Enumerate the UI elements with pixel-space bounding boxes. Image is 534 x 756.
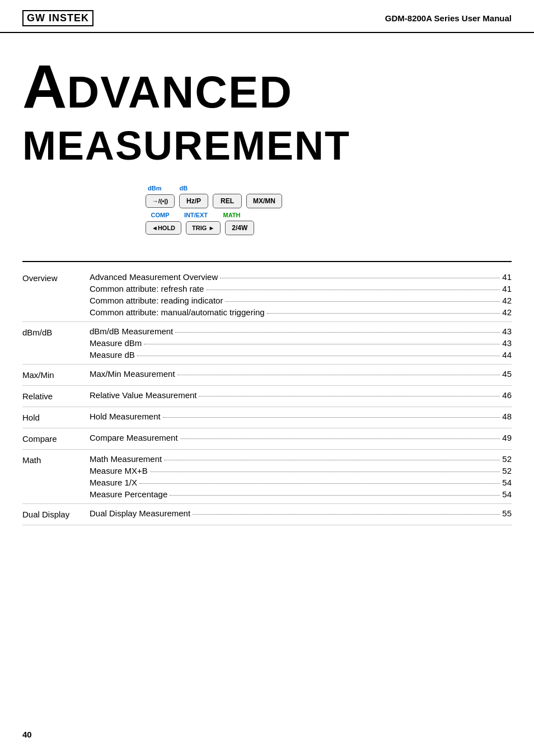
- section-divider: [22, 261, 512, 262]
- row1-labels: dBm dB: [146, 185, 282, 192]
- toc-entry: Advanced Measurement Overview41: [90, 272, 512, 282]
- toc-entry-title: Measure Percentage: [90, 489, 167, 499]
- toc-category: dBm/dB: [22, 322, 90, 365]
- button-row-1: →/(•|) Hz/P REL MX/MN: [146, 194, 282, 208]
- toc-entry: Common attribute: reading indicator42: [90, 296, 512, 305]
- toc-dots: [144, 344, 500, 344]
- toc-entry: Common attribute: manual/automatic trigg…: [90, 307, 512, 317]
- toc-section-row: RelativeRelative Value Measurement46: [22, 386, 512, 407]
- page-number: 40: [22, 730, 32, 739]
- btn-range[interactable]: →/(•|): [146, 194, 175, 208]
- toc-page-number: 54: [502, 489, 512, 499]
- toc-entries: Hold Measurement48: [90, 407, 512, 428]
- toc-entry-title: Measure MX+B: [90, 466, 148, 475]
- dbm-label: dBm: [148, 185, 161, 192]
- logo-text: GW INSTEK: [27, 12, 89, 24]
- btn-hold[interactable]: ◄HOLD: [146, 221, 181, 235]
- page-header: GW INSTEK GDM-8200A Series User Manual: [0, 0, 534, 33]
- main-content: ADVANCED MEASUREMENT dBm dB →/(•|) Hz/P …: [0, 33, 534, 548]
- toc-page-number: 42: [502, 307, 512, 317]
- toc-table: OverviewAdvanced Measurement Overview41C…: [22, 268, 512, 525]
- toc-page-number: 44: [502, 350, 512, 360]
- toc-entry: Relative Value Measurement46: [90, 390, 512, 400]
- toc-entry-title: Measure dB: [90, 350, 135, 360]
- chapter-title-block: ADVANCED: [22, 55, 512, 118]
- toc-section-row: CompareCompare Measurement49: [22, 428, 512, 450]
- toc-entry: Math Measurement52: [90, 454, 512, 464]
- toc-dots: [137, 356, 500, 356]
- toc-page-number: 46: [502, 390, 512, 400]
- toc-dots: [225, 301, 500, 302]
- toc-dots: [193, 514, 500, 515]
- toc-page-number: 49: [502, 433, 512, 442]
- toc-category: Math: [22, 450, 90, 504]
- toc-entry: Common attribute: refresh rate41: [90, 284, 512, 293]
- toc-dots: [175, 332, 500, 333]
- manual-title: GDM-8200A Series User Manual: [385, 13, 512, 23]
- toc-page-number: 42: [502, 296, 512, 305]
- toc-entry: Measure MX+B52: [90, 466, 512, 475]
- toc-entry-title: Dual Display Measurement: [90, 508, 190, 518]
- toc-dots: [180, 438, 500, 439]
- btn-mxmn[interactable]: MX/MN: [246, 194, 282, 208]
- toc-dots: [163, 417, 500, 418]
- toc-entry: Measure 1/X54: [90, 478, 512, 487]
- toc-dots: [170, 495, 500, 496]
- toc-category: Overview: [22, 268, 90, 322]
- toc-page-number: 43: [502, 326, 512, 336]
- title-big-a: A: [22, 52, 67, 120]
- toc-dots: [199, 396, 500, 396]
- toc-dots: [150, 472, 500, 472]
- toc-entry: Measure dB44: [90, 350, 512, 360]
- btn-trig[interactable]: TRIG ►: [186, 221, 221, 235]
- toc-page-number: 48: [502, 412, 512, 421]
- toc-entries: Compare Measurement49: [90, 428, 512, 450]
- toc-entry: Measure Percentage54: [90, 489, 512, 499]
- toc-entry: Hold Measurement48: [90, 412, 512, 421]
- toc-entries: Max/Min Measurement45: [90, 365, 512, 386]
- toc-section-row: dBm/dBdBm/dB Measurement43Measure dBm43M…: [22, 322, 512, 365]
- toc-section-row: Dual DisplayDual Display Measurement55: [22, 504, 512, 525]
- toc-entry-title: Max/Min Measurement: [90, 369, 175, 379]
- toc-entry-title: Common attribute: manual/automatic trigg…: [90, 307, 265, 317]
- toc-entries: dBm/dB Measurement43Measure dBm43Measure…: [90, 322, 512, 365]
- toc-category: Compare: [22, 428, 90, 450]
- toc-dots: [139, 483, 500, 484]
- row2-labels: COMP INT/EXT MATH: [146, 212, 282, 218]
- toc-page-number: 55: [502, 508, 512, 518]
- toc-entry-title: Common attribute: reading indicator: [90, 296, 223, 305]
- toc-entry-title: Common attribute: refresh rate: [90, 284, 204, 293]
- button-row-2: ◄HOLD TRIG ► 2/4W: [146, 221, 282, 235]
- toc-entries: Dual Display Measurement55: [90, 504, 512, 525]
- title-suffix: DVANCED: [67, 67, 293, 117]
- toc-entry-title: Measure 1/X: [90, 478, 137, 487]
- toc-category: Hold: [22, 407, 90, 428]
- toc-page-number: 54: [502, 478, 512, 487]
- toc-category: Max/Min: [22, 365, 90, 386]
- toc-entry-title: Measure dBm: [90, 338, 142, 348]
- toc-section-row: MathMath Measurement52Measure MX+B52Meas…: [22, 450, 512, 504]
- toc-page-number: 41: [502, 284, 512, 293]
- button-panel-illustration: dBm dB →/(•|) Hz/P REL MX/MN COMP INT/EX…: [146, 185, 282, 239]
- btn-rel[interactable]: REL: [213, 194, 242, 208]
- toc-category: Dual Display: [22, 504, 90, 525]
- toc-entry: Compare Measurement49: [90, 433, 512, 442]
- toc-entry: dBm/dB Measurement43: [90, 326, 512, 336]
- toc-entry-title: Advanced Measurement Overview: [90, 272, 218, 282]
- toc-page-number: 45: [502, 369, 512, 379]
- toc-entry-title: dBm/dB Measurement: [90, 326, 173, 336]
- toc-page-number: 41: [502, 272, 512, 282]
- toc-page-number: 52: [502, 454, 512, 464]
- toc-entries: Math Measurement52Measure MX+B52Measure …: [90, 450, 512, 504]
- toc-dots: [220, 278, 500, 278]
- toc-entries: Advanced Measurement Overview41Common at…: [90, 268, 512, 322]
- toc-dots: [164, 460, 500, 460]
- toc-section-row: HoldHold Measurement48: [22, 407, 512, 428]
- btn-hzp[interactable]: Hz/P: [179, 194, 208, 208]
- toc-section-row: OverviewAdvanced Measurement Overview41C…: [22, 268, 512, 322]
- btn-2-4w[interactable]: 2/4W: [225, 221, 254, 235]
- logo: GW INSTEK: [22, 10, 93, 26]
- toc-entry: Dual Display Measurement55: [90, 508, 512, 518]
- toc-entry: Max/Min Measurement45: [90, 369, 512, 379]
- toc-dots: [267, 313, 500, 314]
